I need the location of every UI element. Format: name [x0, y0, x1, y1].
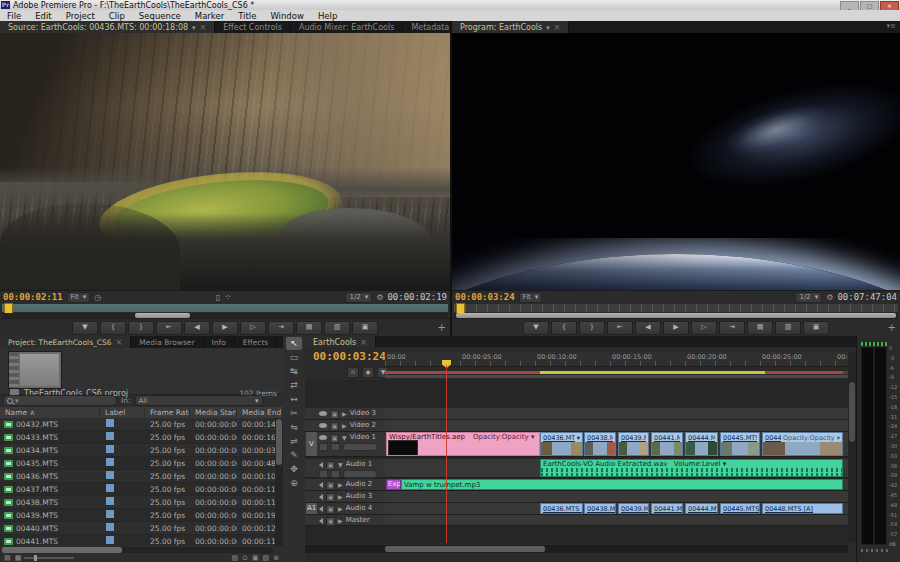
twirl-icon[interactable]: ▶	[338, 517, 343, 524]
step-back-button[interactable]: ◀	[635, 321, 661, 335]
menu-project[interactable]: Project	[59, 11, 102, 21]
keyframes-icon[interactable]	[331, 443, 340, 451]
speaker-icon[interactable]	[319, 462, 323, 468]
twirl-icon[interactable]: ▼	[342, 434, 347, 441]
source-scrubber[interactable]	[2, 304, 448, 312]
scrollbar-handle[interactable]	[276, 419, 282, 465]
title-bar[interactable]: Pr Adobe Premiere Pro - F:\TheEarthCools…	[0, 0, 900, 10]
scrollbar-handle[interactable]	[385, 546, 545, 552]
column-header-label[interactable]: Label	[100, 408, 145, 417]
keyframes-icon[interactable]	[331, 470, 340, 478]
pen-tool[interactable]: ✎	[286, 449, 302, 462]
settings-wrench-icon[interactable]: ⚙	[376, 293, 383, 302]
keyframe-slider[interactable]	[343, 470, 377, 478]
menu-marker[interactable]: Marker	[188, 11, 231, 21]
chevron-down-icon[interactable]: ▾	[546, 24, 550, 32]
table-row[interactable]: 00440.MTS25.00 fps00:00:00:0000:00:12:11	[0, 522, 275, 535]
sync-lock-icon[interactable]: ▣	[326, 505, 335, 514]
sync-lock-icon[interactable]: ▣	[326, 517, 335, 526]
table-row[interactable]: 00436.MTS25.00 fps00:00:00:0000:00:10:01	[0, 470, 275, 483]
twirl-icon[interactable]: ▶	[342, 422, 347, 429]
timeline-clip[interactable]: 00444.MTS [V]	[685, 432, 718, 456]
output-icon[interactable]: ⁘	[224, 293, 231, 302]
overwrite-button[interactable]: ▥	[324, 321, 350, 335]
program-monitor-viewport[interactable]	[452, 33, 900, 290]
table-row[interactable]: 00432.MTS25.00 fps00:00:00:0000:00:14:21	[0, 418, 275, 431]
automate-to-sequence-icon[interactable]: ▧	[231, 554, 238, 562]
timeline-clip[interactable]: 00445.MTS [V]	[720, 432, 760, 456]
label-color-chip[interactable]	[106, 458, 114, 466]
tab-project-theearthcools-cs6[interactable]: Project: TheEarthCools_CS6×	[0, 336, 131, 348]
label-color-chip[interactable]	[106, 484, 114, 492]
close-icon[interactable]: ×	[360, 338, 367, 347]
sync-lock-icon[interactable]: ▣	[326, 493, 335, 502]
track-lane-audio-3[interactable]	[385, 491, 848, 503]
timeline-clip[interactable]: 00448.MTS [V]Opacity:Opacity ▾	[762, 432, 843, 456]
menu-sequence[interactable]: Sequence	[132, 11, 188, 21]
audio-meters-panel[interactable]: 0-3-6-9-12-15-18-21-24-27-30-33-36-39-42…	[856, 336, 900, 562]
step-forward-button[interactable]: ▷	[240, 321, 266, 335]
safe-margins-icon[interactable]: ▯	[216, 293, 220, 302]
eye-icon[interactable]	[319, 435, 327, 440]
timeline-clip[interactable]: 00439.MTS [V]	[618, 432, 649, 456]
twirl-icon[interactable]: ▶	[338, 481, 343, 488]
button-editor-icon[interactable]: +	[438, 322, 446, 333]
settings-wrench-icon[interactable]: ⚙	[826, 293, 833, 302]
search-input[interactable]: ▾	[3, 395, 117, 406]
insert-button[interactable]: ▤	[747, 321, 773, 335]
label-color-chip[interactable]	[106, 536, 114, 544]
slip-tool[interactable]: ⇋	[286, 421, 302, 434]
tab-audio-mixer-earthcools[interactable]: Audio Mixer: EarthCools	[291, 21, 403, 33]
timeline-current-timecode[interactable]: 00:00:03:24	[313, 350, 386, 363]
menu-clip[interactable]: Clip	[102, 11, 132, 21]
tab-effect-controls[interactable]: Effect Controls	[215, 21, 291, 33]
twirl-icon[interactable]: ▶	[338, 493, 343, 500]
go-to-out-button[interactable]: ⇥	[268, 321, 294, 335]
keyframe-slider[interactable]	[343, 443, 377, 451]
track-lane-video-3[interactable]	[385, 408, 848, 420]
scrollbar-handle[interactable]	[849, 382, 855, 442]
go-to-in-button[interactable]: ⇤	[156, 321, 182, 335]
project-horizontal-scrollbar[interactable]	[2, 547, 273, 553]
timeline-clip[interactable]: 00439.MTS [A]	[618, 503, 649, 514]
track-header-audio-3[interactable]: ▣▶Audio 3	[305, 491, 385, 503]
snap-icon[interactable]: ∩	[347, 367, 359, 378]
in-dropdown[interactable]: All▾	[135, 395, 263, 406]
close-icon[interactable]: ×	[554, 23, 561, 32]
timeline-clip[interactable]: 00438.MTS [A]	[584, 503, 616, 514]
table-row[interactable]: 00433.MTS25.00 fps00:00:00:0000:00:16:07	[0, 431, 275, 444]
new-item-icon[interactable]: ▨	[263, 554, 270, 562]
mark-in-button[interactable]: {	[100, 321, 126, 335]
timeline-vertical-scrollbar[interactable]	[848, 352, 856, 543]
column-header-frame-rate[interactable]: Frame Rate	[145, 408, 190, 417]
timeline-clip[interactable]: 00448.MTS [A]	[762, 503, 843, 514]
button-editor-icon[interactable]: +	[888, 322, 896, 333]
chevron-down-icon[interactable]: ▾	[192, 24, 196, 32]
tab-effects[interactable]: Effects	[235, 336, 278, 348]
go-to-out-button[interactable]: ⇥	[719, 321, 745, 335]
source-current-timecode[interactable]: 00:00:02:11	[3, 292, 63, 302]
timeline-clip[interactable]: Vamp w trumpet.mp3	[401, 479, 843, 490]
add-marker-button[interactable]: ▼	[72, 321, 98, 335]
go-to-in-button[interactable]: ⇤	[607, 321, 633, 335]
clip-fx-label[interactable]: Opacity:Opacity ▾	[783, 434, 840, 442]
scrollbar-handle[interactable]	[2, 547, 122, 553]
timeline-clip[interactable]: 00441.MTS [V]	[651, 432, 683, 456]
label-color-chip[interactable]	[106, 497, 114, 505]
tab-source[interactable]: Source: EarthCools: 00436.MTS: 00:00:18:…	[0, 21, 215, 33]
timeline-ruler[interactable]: 00:0000:00:05:0000:00:10:0000:00:15:0000…	[385, 352, 848, 367]
twirl-icon[interactable]: ▶	[342, 410, 347, 417]
program-fit-dropdown[interactable]: Fit▾	[519, 292, 543, 303]
mark-out-button[interactable]: }	[579, 321, 605, 335]
slide-tool[interactable]: ⇌	[286, 435, 302, 448]
speaker-icon[interactable]	[319, 506, 323, 512]
timeline-clip[interactable]: 00445.MTS [A]	[720, 503, 760, 514]
track-header-video-2[interactable]: ▣▶Video 2	[305, 420, 385, 432]
table-row[interactable]: 00439.MTS25.00 fps00:00:00:0000:00:19:04	[0, 509, 275, 522]
timeline-clip[interactable]: 00441.MTS [A]	[651, 503, 683, 514]
display-style-icon[interactable]	[319, 443, 328, 451]
source-monitor-viewport[interactable]	[0, 33, 450, 290]
program-resolution-dropdown[interactable]: 1/2▾	[795, 292, 822, 303]
program-current-timecode[interactable]: 00:00:03:24	[455, 292, 515, 302]
column-header-media-start[interactable]: Media Start	[190, 408, 237, 417]
